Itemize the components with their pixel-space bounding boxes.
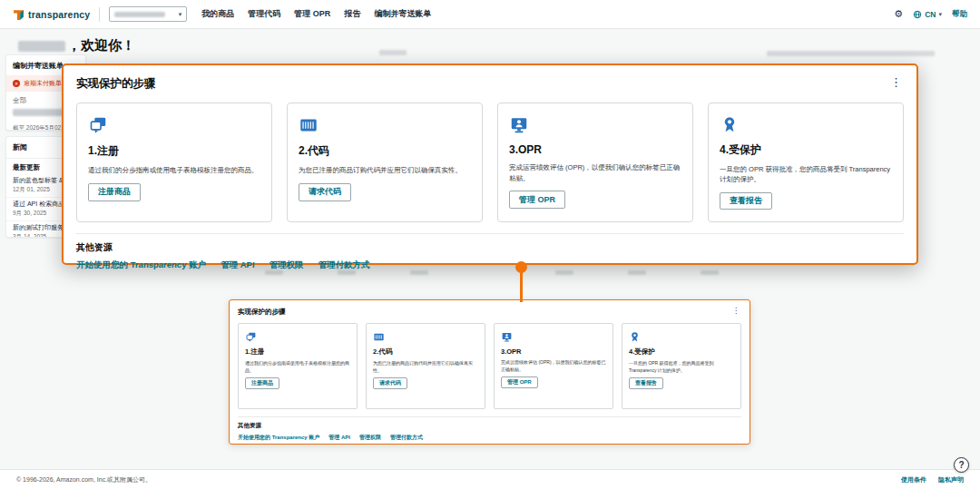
brand-name: transparency: [28, 9, 90, 20]
manage-opr-button[interactable]: 管理 OPR: [509, 191, 565, 209]
chevron-down-icon: ▾: [938, 11, 942, 17]
link-get-started[interactable]: 开始使用您的 Transparency 账户: [76, 259, 206, 271]
step-title: 4.受保护: [720, 142, 761, 158]
barcode-icon: [373, 331, 385, 343]
step-card-opr: 3.OPR 完成运营绩效评估 (OPR)，以便我们确认您的标签已正确粘贴。 管理…: [497, 103, 693, 222]
step-card-opr: 3.OPR 完成运营绩效评估 (OPR)，以便我们确认您的标签已正确粘贴。 管理…: [494, 323, 613, 409]
language-code: CN: [925, 10, 936, 19]
help-link[interactable]: 帮助: [952, 9, 967, 20]
view-reports-button[interactable]: 查看报告: [720, 192, 772, 210]
register-tags-icon: [245, 331, 257, 343]
step-card-protected: 4.受保护 一旦您的 OPR 获得批准，您的商品将受到 Transparency…: [622, 323, 741, 409]
register-products-button[interactable]: 注册商品: [88, 183, 141, 201]
step-desc: 通过我们的分步指南或使用电子表格模板注册您的商品。: [245, 360, 350, 374]
step-title: 1.注册: [88, 143, 119, 159]
step-desc: 为您已注册的商品订购代码并应用它们以确保真实性。: [373, 360, 478, 374]
other-resources: 其他资源 开始使用您的 Transparency 账户 管理 API 管理权限 …: [76, 233, 904, 271]
panel-title: 实现保护的步骤: [238, 308, 286, 317]
background-artifact: [379, 50, 407, 55]
step-title: 2.代码: [299, 143, 329, 159]
redacted-billing-amount: [13, 109, 65, 116]
background-artifact: [767, 51, 935, 56]
alert-error-icon: ✕: [13, 80, 20, 87]
globe-icon: [913, 10, 922, 19]
step-desc: 为您已注册的商品订购代码并应用它们以确保真实性。: [299, 165, 462, 176]
chevron-down-icon: ▾: [179, 11, 182, 17]
step-card-register: 1.注册 通过我们的分步指南或使用电子表格模板注册您的商品。 注册商品: [76, 103, 272, 222]
alert-text: 逾期未付账单: [24, 79, 62, 88]
view-reports-button[interactable]: 查看报告: [629, 377, 663, 389]
step-title: 1.注册: [245, 347, 264, 357]
transparency-logo-icon: [13, 8, 24, 20]
step-card-protected: 4.受保护 一旦您的 OPR 获得批准，您的商品将受到 Transparency…: [708, 103, 904, 222]
nav-item-reports[interactable]: 报告: [344, 8, 360, 20]
nav-item-billing[interactable]: 编制并寄送账单: [374, 8, 431, 20]
kebab-menu-icon[interactable]: ⋮: [888, 76, 904, 88]
link-manage-permissions[interactable]: 管理权限: [359, 434, 381, 442]
step-cards-mini: 1.注册 通过我们的分步指南或使用电子表格模板注册您的商品。 注册商品 2.代码…: [238, 323, 741, 409]
step-cards: 1.注册 通过我们的分步指南或使用电子表格模板注册您的商品。 注册商品 2.代码…: [76, 103, 904, 222]
welcome-heading: ，欢迎你！: [18, 37, 135, 54]
register-products-button[interactable]: 注册商品: [245, 377, 279, 389]
monitor-person-icon: [501, 331, 513, 343]
brand-logo[interactable]: transparency: [13, 8, 90, 20]
step-card-codes: 2.代码 为您已注册的商品订购代码并应用它们以确保真实性。 请求代码: [366, 323, 485, 409]
account-selector[interactable]: ▾: [109, 6, 187, 22]
step-title: 3.OPR: [509, 143, 542, 156]
link-manage-permissions[interactable]: 管理权限: [270, 259, 304, 271]
nav-item-my-products[interactable]: 我的商品: [201, 8, 234, 20]
resources-title: 其他资源: [238, 422, 741, 430]
step-title: 2.代码: [373, 347, 392, 357]
step-desc: 完成运营绩效评估 (OPR)，以便我们确认您的标签已正确粘贴。: [501, 359, 606, 373]
topbar: transparency ▾ 我的商品 管理代码 管理 OPR 报告 编制并寄送…: [0, 0, 980, 29]
privacy-link[interactable]: 隐私声明: [938, 475, 964, 484]
monitor-person-icon: [509, 115, 529, 135]
redacted-user-name: [18, 41, 65, 52]
top-navigation: 我的商品 管理代码 管理 OPR 报告 编制并寄送账单: [201, 8, 431, 20]
nav-item-manage-opr[interactable]: 管理 OPR: [294, 8, 330, 20]
callout-connector-line: [520, 269, 523, 302]
redacted-account-name: [114, 12, 165, 17]
link-get-started[interactable]: 开始使用您的 Transparency 账户: [238, 434, 319, 442]
language-selector[interactable]: CN ▾: [913, 10, 942, 19]
step-desc: 完成运营绩效评估 (OPR)，以便我们确认您的标签已正确粘贴。: [509, 162, 681, 183]
topbar-divider: [99, 7, 100, 22]
help-fab-button[interactable]: ?: [954, 457, 969, 473]
gear-icon[interactable]: ⚙: [894, 9, 903, 19]
step-desc: 一旦您的 OPR 获得批准，您的商品将受到 Transparency 计划的保护…: [720, 164, 892, 185]
footer: © 1996-2026, Amazon.com, Inc.或其附属公司。 使用条…: [0, 469, 980, 489]
callout-connector-dot: [515, 261, 527, 273]
resources-title: 其他资源: [76, 241, 904, 254]
request-codes-button[interactable]: 请求代码: [299, 183, 351, 201]
steps-original-card: 实现保护的步骤 ⋮ 1.注册 通过我们的分步指南或使用电子表格模板注册您的商品。…: [229, 299, 750, 445]
terms-link[interactable]: 使用条件: [901, 475, 926, 484]
copyright-text: © 1996-2026, Amazon.com, Inc.或其附属公司。: [16, 475, 152, 484]
step-desc: 一旦您的 OPR 获得批准，您的商品将受到 Transparency 计划的保护…: [629, 360, 734, 374]
manage-opr-button[interactable]: 管理 OPR: [501, 377, 538, 388]
step-card-codes: 2.代码 为您已注册的商品订购代码并应用它们以确保真实性。 请求代码: [287, 103, 483, 222]
other-resources: 其他资源 开始使用您的 Transparency 账户 管理 API 管理权限 …: [238, 416, 741, 442]
link-manage-payment[interactable]: 管理付款方式: [390, 434, 423, 442]
nav-item-manage-codes[interactable]: 管理代码: [248, 8, 280, 20]
steps-magnified-panel: 实现保护的步骤 ⋮ 1.注册 通过我们的分步指南或使用电子表格模板注册您的商品。…: [62, 64, 918, 265]
register-tags-icon: [88, 115, 108, 135]
kebab-menu-icon[interactable]: ⋮: [730, 308, 741, 315]
step-title: 3.OPR: [501, 347, 522, 356]
request-codes-button[interactable]: 请求代码: [373, 377, 407, 389]
welcome-text: ，欢迎你！: [67, 37, 135, 54]
link-manage-payment[interactable]: 管理付款方式: [318, 259, 370, 271]
medal-icon: [629, 331, 641, 343]
medal-icon: [720, 115, 740, 134]
link-manage-api[interactable]: 管理 API: [220, 259, 254, 271]
panel-title: 实现保护的步骤: [76, 76, 156, 92]
barcode-icon: [299, 115, 318, 135]
topbar-right: ⚙ CN ▾ 帮助: [894, 9, 967, 20]
step-title: 4.受保护: [629, 347, 655, 357]
transparency-portal-page: transparency ▾ 我的商品 管理代码 管理 OPR 报告 编制并寄送…: [0, 0, 980, 489]
step-desc: 通过我们的分步指南或使用电子表格模板注册您的商品。: [88, 165, 259, 176]
link-manage-api[interactable]: 管理 API: [328, 434, 350, 442]
step-card-register: 1.注册 通过我们的分步指南或使用电子表格模板注册您的商品。 注册商品: [238, 323, 358, 409]
